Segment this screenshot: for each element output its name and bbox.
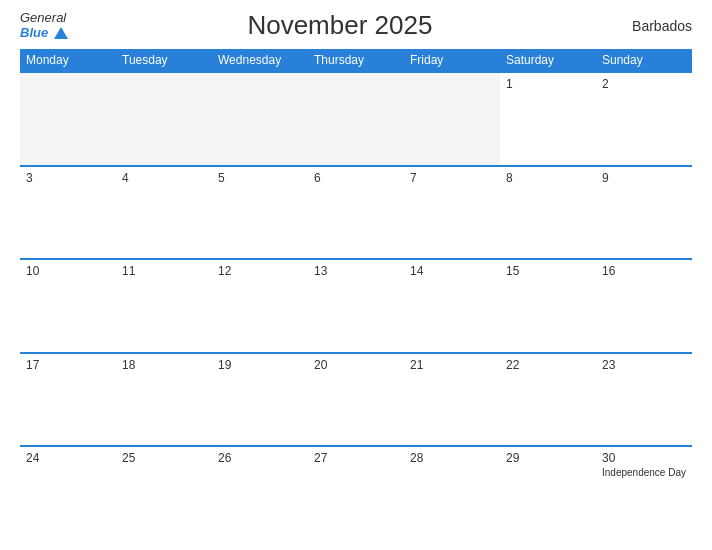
page-title: November 2025 (68, 10, 612, 41)
weekday-header-sunday: Sunday (596, 49, 692, 72)
weekday-header-monday: Monday (20, 49, 116, 72)
calendar-header-row: MondayTuesdayWednesdayThursdayFridaySatu… (20, 49, 692, 72)
calendar-day-cell: 18 (116, 353, 212, 447)
day-number: 26 (218, 451, 302, 465)
weekday-header-thursday: Thursday (308, 49, 404, 72)
day-number: 22 (506, 358, 590, 372)
day-number: 4 (122, 171, 206, 185)
day-number: 16 (602, 264, 686, 278)
day-number: 1 (506, 77, 590, 91)
calendar-day-cell: 15 (500, 259, 596, 353)
calendar-day-cell: 10 (20, 259, 116, 353)
calendar-day-cell: 2 (596, 72, 692, 166)
calendar-day-cell (116, 72, 212, 166)
calendar-day-cell: 13 (308, 259, 404, 353)
calendar-day-cell: 28 (404, 446, 500, 540)
weekday-header-saturday: Saturday (500, 49, 596, 72)
calendar-day-cell (212, 72, 308, 166)
calendar-week-row: 10111213141516 (20, 259, 692, 353)
weekday-header-tuesday: Tuesday (116, 49, 212, 72)
day-number: 14 (410, 264, 494, 278)
calendar-day-cell: 29 (500, 446, 596, 540)
holiday-label: Independence Day (602, 467, 686, 478)
day-number: 25 (122, 451, 206, 465)
day-number: 17 (26, 358, 110, 372)
calendar-day-cell: 4 (116, 166, 212, 260)
calendar-day-cell: 12 (212, 259, 308, 353)
day-number: 23 (602, 358, 686, 372)
calendar-day-cell: 21 (404, 353, 500, 447)
calendar-day-cell: 5 (212, 166, 308, 260)
day-number: 11 (122, 264, 206, 278)
logo-general: General (20, 11, 68, 25)
weekday-header-wednesday: Wednesday (212, 49, 308, 72)
calendar-day-cell: 20 (308, 353, 404, 447)
calendar-day-cell: 17 (20, 353, 116, 447)
day-number: 13 (314, 264, 398, 278)
calendar-day-cell: 19 (212, 353, 308, 447)
logo-blue: Blue (20, 26, 68, 40)
calendar-day-cell: 16 (596, 259, 692, 353)
day-number: 8 (506, 171, 590, 185)
calendar-day-cell: 23 (596, 353, 692, 447)
day-number: 19 (218, 358, 302, 372)
day-number: 10 (26, 264, 110, 278)
calendar-day-cell: 27 (308, 446, 404, 540)
calendar-table: MondayTuesdayWednesdayThursdayFridaySatu… (20, 49, 692, 540)
calendar-header: General Blue November 2025 Barbados (20, 10, 692, 41)
day-number: 28 (410, 451, 494, 465)
day-number: 29 (506, 451, 590, 465)
day-number: 27 (314, 451, 398, 465)
day-number: 24 (26, 451, 110, 465)
calendar-day-cell (404, 72, 500, 166)
calendar-day-cell: 3 (20, 166, 116, 260)
calendar-day-cell: 7 (404, 166, 500, 260)
calendar-week-row: 3456789 (20, 166, 692, 260)
logo-triangle-icon (54, 27, 68, 39)
calendar-day-cell: 8 (500, 166, 596, 260)
day-number: 3 (26, 171, 110, 185)
calendar-day-cell: 25 (116, 446, 212, 540)
day-number: 5 (218, 171, 302, 185)
day-number: 12 (218, 264, 302, 278)
weekday-header-friday: Friday (404, 49, 500, 72)
calendar-day-cell: 24 (20, 446, 116, 540)
day-number: 15 (506, 264, 590, 278)
day-number: 21 (410, 358, 494, 372)
country-label: Barbados (612, 18, 692, 34)
calendar-day-cell: 9 (596, 166, 692, 260)
day-number: 30 (602, 451, 686, 465)
day-number: 6 (314, 171, 398, 185)
day-number: 9 (602, 171, 686, 185)
logo: General Blue (20, 11, 68, 40)
calendar-day-cell: 1 (500, 72, 596, 166)
calendar-day-cell: 11 (116, 259, 212, 353)
calendar-day-cell: 30Independence Day (596, 446, 692, 540)
day-number: 18 (122, 358, 206, 372)
calendar-day-cell: 14 (404, 259, 500, 353)
calendar-day-cell (308, 72, 404, 166)
day-number: 7 (410, 171, 494, 185)
calendar-week-row: 17181920212223 (20, 353, 692, 447)
calendar-week-row: 24252627282930Independence Day (20, 446, 692, 540)
calendar-day-cell: 22 (500, 353, 596, 447)
calendar-week-row: 12 (20, 72, 692, 166)
calendar-day-cell: 26 (212, 446, 308, 540)
calendar-day-cell: 6 (308, 166, 404, 260)
day-number: 2 (602, 77, 686, 91)
calendar-day-cell (20, 72, 116, 166)
day-number: 20 (314, 358, 398, 372)
